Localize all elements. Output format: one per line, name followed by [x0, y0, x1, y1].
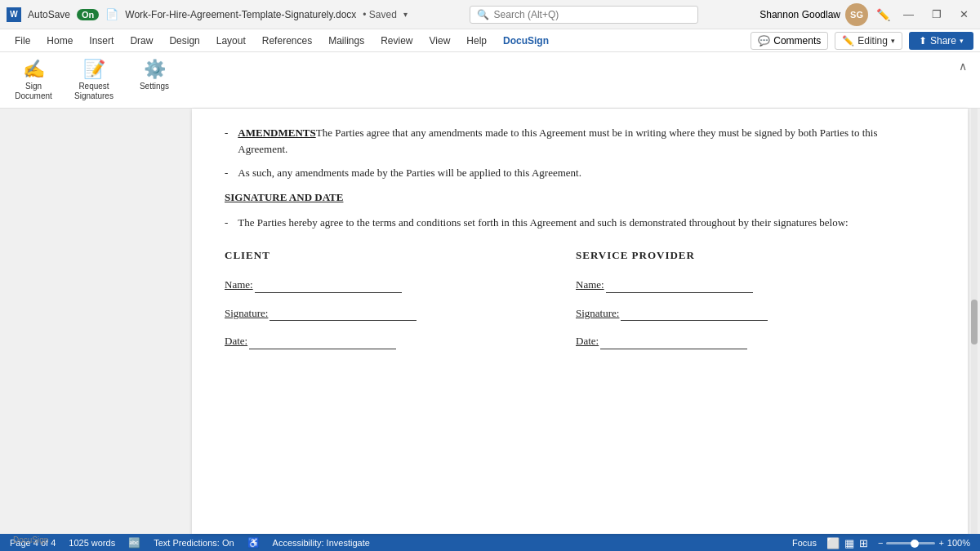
menu-home[interactable]: Home — [38, 32, 81, 50]
user-avatar: SG — [845, 3, 868, 26]
word-count[interactable]: 1025 words — [69, 538, 115, 548]
settings-icon: ⚙️ — [144, 59, 166, 80]
comments-label: Comments — [773, 35, 821, 47]
text-predictions[interactable]: Text Predictions: On — [154, 538, 234, 548]
signature-text: The Parties hereby agree to the terms an… — [238, 215, 848, 231]
search-icon: 🔍 — [477, 9, 489, 20]
provider-date-field: Date: — [576, 332, 927, 349]
dash-3: - — [225, 215, 228, 231]
accessibility-icon[interactable]: ♿ — [247, 537, 260, 549]
provider-signature-line — [621, 304, 768, 322]
client-name-field: Name: — [225, 276, 576, 293]
titlebar-right: Shannon Goodlaw SG ✏️ — ❐ ✕ — [760, 3, 973, 26]
client-date-label: Date: — [225, 335, 247, 347]
web-view-icon[interactable]: ▦ — [844, 537, 854, 549]
app-icon: W — [7, 7, 21, 22]
docusign-section-label: DocuSign — [13, 535, 48, 544]
minimize-button[interactable]: — — [898, 8, 919, 20]
client-signature-label: Signature: — [225, 307, 268, 319]
client-date-line — [249, 332, 396, 349]
user-info: Shannon Goodlaw SG — [760, 3, 868, 26]
amendments-item-1: - AMENDMENTSThe Parties agree that any a… — [225, 125, 927, 157]
edit-icon[interactable]: ✏️ — [876, 8, 890, 21]
settings-button[interactable]: ⚙️ Settings — [134, 59, 175, 91]
dropdown-arrow-icon[interactable]: ▾ — [403, 10, 408, 19]
share-button[interactable]: ⬆ Share ▾ — [909, 32, 973, 50]
sign-icon: ✍️ — [23, 59, 45, 80]
filename: Work-For-Hire-Agreement-Template-Signatu… — [125, 9, 356, 20]
doc-icon: 📄 — [105, 8, 118, 20]
ribbon-collapse-icon: ∧ — [959, 60, 967, 73]
language-icon[interactable]: 🔤 — [128, 537, 140, 549]
signature-item: - The Parties hereby agree to the terms … — [225, 215, 927, 231]
request-signatures-icon: 📝 — [83, 59, 105, 80]
document-area: - AMENDMENTSThe Parties agree that any a… — [0, 109, 980, 534]
menu-help[interactable]: Help — [458, 32, 495, 50]
amendments-body-1: The Parties agree that any amendments ma… — [238, 127, 877, 155]
status-right: Focus ⬜ ▦ ⊞ − + 100% — [792, 537, 970, 549]
accessibility-status[interactable]: Accessibility: Investigate — [273, 538, 370, 548]
print-view-icon[interactable]: ⬜ — [826, 537, 840, 549]
dash-2: - — [225, 165, 228, 181]
read-view-icon[interactable]: ⊞ — [859, 537, 868, 549]
menu-review[interactable]: Review — [372, 32, 421, 50]
titlebar-left: W AutoSave On 📄 Work-For-Hire-Agreement-… — [7, 7, 408, 22]
provider-date-line — [600, 332, 747, 349]
service-provider-column: SERVICE PROVIDER Name: Signature: Date: — [576, 247, 927, 361]
dash-1: - — [225, 125, 228, 157]
service-provider-label: SERVICE PROVIDER — [576, 247, 927, 264]
zoom-level: 100% — [947, 538, 970, 548]
menu-insert[interactable]: Insert — [81, 32, 122, 50]
menu-docusign[interactable]: DocuSign — [495, 32, 557, 50]
search-bar[interactable]: 🔍 — [470, 6, 698, 24]
settings-label: Settings — [140, 82, 169, 91]
zoom-in-button[interactable]: + — [938, 538, 943, 548]
document-content[interactable]: - AMENDMENTSThe Parties agree that any a… — [192, 109, 968, 534]
view-icons: ⬜ ▦ ⊞ — [826, 537, 868, 549]
document-text: - AMENDMENTSThe Parties agree that any a… — [225, 125, 927, 361]
close-button[interactable]: ✕ — [955, 8, 973, 20]
autosave-toggle[interactable]: On — [77, 9, 99, 20]
client-label: CLIENT — [225, 247, 576, 264]
provider-date-label: Date: — [576, 335, 599, 347]
left-margin — [0, 109, 192, 534]
share-dropdown-icon: ▾ — [960, 37, 964, 45]
menu-draw[interactable]: Draw — [122, 32, 161, 50]
editing-label: Editing — [858, 35, 888, 47]
zoom-out-button[interactable]: − — [878, 538, 883, 548]
amendments-text-2: As such, any amendments made by the Part… — [238, 165, 581, 181]
status-left: Page 4 of 4 1025 words 🔤 Text Prediction… — [10, 537, 370, 549]
provider-signature-label: Signature: — [576, 307, 619, 319]
client-date-field: Date: — [225, 332, 576, 349]
menu-design[interactable]: Design — [161, 32, 207, 50]
menu-file[interactable]: File — [7, 32, 38, 50]
ribbon-collapse-button[interactable]: ∧ — [959, 59, 967, 73]
focus-button[interactable]: Focus — [792, 538, 817, 548]
sign-document-button[interactable]: ✍️ SignDocument — [13, 59, 54, 101]
amendments-item-2: - As such, any amendments made by the Pa… — [225, 165, 927, 181]
share-icon: ⬆ — [919, 35, 927, 47]
menu-references[interactable]: References — [254, 32, 320, 50]
editing-button[interactable]: ✏️ Editing ▾ — [835, 32, 902, 50]
sign-label: SignDocument — [15, 82, 52, 101]
restore-button[interactable]: ❐ — [927, 8, 947, 20]
request-signatures-button[interactable]: 📝 RequestSignatures — [74, 59, 114, 101]
status-bar: Page 4 of 4 1025 words 🔤 Text Prediction… — [0, 534, 980, 551]
user-name: Shannon Goodlaw — [760, 9, 840, 20]
search-bar-container: 🔍 — [470, 6, 698, 24]
client-name-line — [255, 276, 402, 293]
search-input[interactable] — [494, 9, 691, 20]
scroll-thumb[interactable] — [971, 300, 978, 344]
client-name-label: Name: — [225, 278, 253, 291]
zoom-thumb[interactable] — [911, 540, 919, 548]
menu-view[interactable]: View — [421, 32, 459, 50]
signature-heading: SIGNATURE AND DATE — [225, 189, 927, 206]
menu-layout[interactable]: Layout — [208, 32, 254, 50]
title-bar: W AutoSave On 📄 Work-For-Hire-Agreement-… — [0, 0, 980, 29]
provider-name-label: Name: — [576, 278, 604, 291]
menu-mailings[interactable]: Mailings — [320, 32, 372, 50]
provider-signature-field: Signature: — [576, 304, 927, 322]
scrollbar[interactable] — [968, 109, 980, 534]
comments-button[interactable]: 💬 Comments — [751, 32, 828, 50]
zoom-slider[interactable] — [886, 542, 935, 544]
